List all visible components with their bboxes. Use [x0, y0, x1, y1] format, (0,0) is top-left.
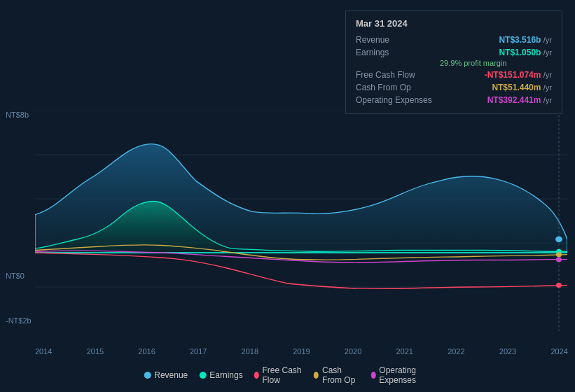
- legend-dot-opex: [370, 372, 375, 379]
- chart-svg: [35, 111, 567, 331]
- tooltip: Mar 31 2024 Revenue NT$3.516b /yr Earnin…: [345, 10, 562, 114]
- x-label-2015: 2015: [87, 347, 104, 356]
- legend-item-opex: Operating Expenses: [370, 365, 431, 385]
- tooltip-row-fcf: Free Cash Flow -NT$151.074m /yr: [356, 69, 552, 81]
- tooltip-value-opex: NT$392.441m: [487, 95, 541, 105]
- x-label-2014: 2014: [35, 347, 52, 356]
- marker-dot-fcf: [556, 283, 562, 288]
- tooltip-label-earnings: Earnings: [356, 48, 440, 57]
- tooltip-row-earnings: Earnings NT$1.050b /yr: [356, 46, 552, 59]
- legend-dot-cashfromop: [314, 372, 319, 379]
- tooltip-unit-opex: /yr: [543, 96, 552, 104]
- x-label-2019: 2019: [293, 347, 310, 356]
- tooltip-date: Mar 31 2024: [356, 18, 552, 29]
- legend-item-cashfromop: Cash From Op: [314, 365, 359, 385]
- tooltip-label-opex: Operating Expenses: [356, 95, 440, 105]
- legend-label-earnings: Earnings: [209, 370, 242, 380]
- chart-container: Mar 31 2024 Revenue NT$3.516b /yr Earnin…: [0, 0, 575, 392]
- x-label-2018: 2018: [242, 347, 258, 356]
- tooltip-value-cashfromop: NT$51.440m: [492, 83, 541, 92]
- tooltip-row-revenue: Revenue NT$3.516b /yr: [356, 34, 552, 46]
- x-axis-labels: 2014 2015 2016 2017 2018 2019 2020 2021 …: [35, 347, 568, 356]
- tooltip-row-opex: Operating Expenses NT$392.441m /yr: [356, 94, 552, 106]
- tooltip-unit-revenue: /yr: [543, 36, 552, 44]
- legend-dot-earnings: [199, 372, 206, 379]
- legend-label-opex: Operating Expenses: [379, 365, 431, 385]
- tooltip-margin: 29.9% profit margin: [356, 59, 552, 69]
- legend-label-revenue: Revenue: [154, 370, 188, 380]
- x-label-2022: 2022: [448, 347, 464, 356]
- x-label-2016: 2016: [138, 347, 155, 356]
- tooltip-unit-cashfromop: /yr: [543, 83, 552, 92]
- tooltip-value-fcf: -NT$151.074m: [485, 70, 541, 80]
- tooltip-label-fcf: Free Cash Flow: [356, 70, 440, 80]
- legend-dot-fcf: [254, 372, 259, 379]
- tooltip-label-cashfromop: Cash From Op: [356, 83, 440, 92]
- tooltip-value-earnings: NT$1.050b: [499, 48, 541, 57]
- marker-dot-opex: [556, 257, 562, 262]
- y-label-neg2b: -NT$2b: [6, 316, 32, 325]
- legend-item-fcf: Free Cash Flow: [254, 365, 303, 385]
- x-label-2024: 2024: [550, 347, 567, 356]
- legend-label-cashfromop: Cash From Op: [322, 365, 360, 385]
- y-label-0: NT$0: [6, 272, 25, 280]
- tooltip-unit-fcf: /yr: [543, 71, 552, 79]
- tooltip-row-cashfromop: Cash From Op NT$51.440m /yr: [356, 81, 552, 94]
- marker-dot-cashfromop: [556, 252, 562, 257]
- fcf-line: [35, 253, 567, 288]
- legend-label-fcf: Free Cash Flow: [262, 365, 303, 385]
- x-label-2023: 2023: [499, 347, 516, 356]
- tooltip-unit-earnings: /yr: [543, 48, 552, 57]
- legend-item-earnings: Earnings: [199, 370, 242, 380]
- legend-dot-revenue: [144, 372, 151, 379]
- x-label-2021: 2021: [396, 347, 413, 356]
- x-label-2017: 2017: [190, 347, 207, 356]
- x-label-2020: 2020: [345, 347, 361, 356]
- chart-legend: Revenue Earnings Free Cash Flow Cash Fro…: [144, 365, 431, 385]
- legend-item-revenue: Revenue: [144, 370, 188, 380]
- tooltip-label-revenue: Revenue: [356, 35, 440, 45]
- marker-dot-revenue: [555, 236, 562, 242]
- tooltip-value-revenue: NT$3.516b: [499, 35, 541, 45]
- y-label-8b: NT$8b: [6, 111, 29, 119]
